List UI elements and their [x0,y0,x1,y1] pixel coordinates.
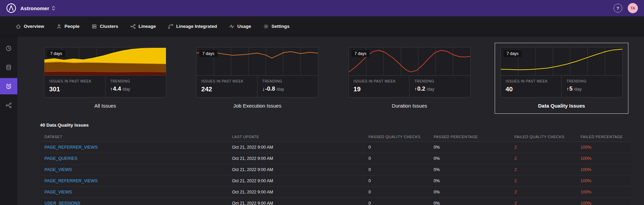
sidebar-item-lineage[interactable] [0,97,17,113]
card-stats: ISSUES IN PAST WEEK 40 TRENDING ↑ 5 /day [501,75,622,97]
sparkline-chart-all-issues: 7 days [44,48,166,75]
lineage-branch-icon [5,102,12,109]
card-body: 7 days ISSUES IN PAST WEEK 40 TRENDING ↑… [500,47,623,97]
issues-value: 301 [49,86,100,93]
trending-stat: TRENDING ↓ -0.8 /day [257,76,318,97]
issues-stat: ISSUES IN PAST WEEK 19 [349,76,410,97]
failed-percentage-cell: 100% [576,156,631,161]
issues-value: 40 [506,86,557,93]
usage-pulse-icon [229,24,234,29]
passed-percentage-cell: 0% [429,145,510,150]
trending-label: TRENDING [110,79,162,83]
astronomer-logo-icon [6,3,16,13]
card-title: Data Quality Issues [500,103,623,109]
clusters-icon [92,24,97,29]
nav-item-lineage[interactable]: Lineage [130,24,156,29]
avatar[interactable]: TA [628,3,638,13]
nav-label: People [64,24,79,29]
range-chip: 7 days [47,50,65,57]
summary-card-duration-issues[interactable]: 7 days ISSUES IN PAST WEEK 19 TRENDING ↑… [343,43,476,114]
nav-item-overview[interactable]: Overview [16,24,44,29]
trend-unit: /day [277,87,284,92]
top-bar: Astronomer ? TA [0,0,644,16]
help-button[interactable]: ? [613,4,622,13]
summary-cards-row: 7 days ISSUES IN PAST WEEK 301 TRENDING … [38,43,628,114]
dataset-link[interactable]: PAGE_VIEWS [44,167,72,172]
trend-unit: /day [574,87,582,92]
dataset-link[interactable]: USER_SESSIONS [44,201,80,205]
card-title: Duration Issues [348,103,471,109]
last-update-cell: Oct 21, 2022 9:00 AM [228,167,364,172]
table-row[interactable]: PAGE_VIEWS Oct 21, 2022 9:00 AM 0 0% 2 1… [40,164,631,175]
trend-unit: /day [122,87,130,92]
issues-label: ISSUES IN PAST WEEK [49,79,100,83]
dataset-link[interactable]: PAGE_REFERRER_VIEWS [44,145,98,150]
table-row[interactable]: PAGE_VIEWS Oct 21, 2022 9:00 AM 0 0% 2 1… [40,187,631,198]
nav-item-people[interactable]: People [56,24,79,29]
card-stats: ISSUES IN PAST WEEK 242 TRENDING ↓ -0.8 … [196,75,318,97]
table-row[interactable]: PAGE_QUERIES Oct 21, 2022 9:00 AM 0 0% 2… [40,153,631,164]
card-body: 7 days ISSUES IN PAST WEEK 301 TRENDING … [44,47,166,97]
nav-item-settings[interactable]: Settings [263,24,289,29]
issues-stat: ISSUES IN PAST WEEK 40 [501,76,562,97]
col-header-last-update: LAST UPDATE [228,135,364,139]
sidebar-item-history[interactable] [0,40,17,56]
failed-checks-cell: 2 [510,201,576,205]
last-update-cell: Oct 21, 2022 9:00 AM [228,179,364,183]
card-stats: ISSUES IN PAST WEEK 301 TRENDING ↑ 4.4 /… [44,75,166,97]
nav-label: Lineage Integrated [176,24,217,29]
card-stats: ISSUES IN PAST WEEK 19 TRENDING ↑ 0.2 /d… [349,75,470,97]
nav-label: Overview [24,24,44,29]
col-header-failed-checks: FAILED QUALITY CHECKS [510,135,576,139]
passed-percentage-cell: 0% [429,167,510,172]
summary-card-job-execution-issues[interactable]: 7 days ISSUES IN PAST WEEK 242 TRENDING … [190,43,324,114]
summary-card-all-issues[interactable]: 7 days ISSUES IN PAST WEEK 301 TRENDING … [38,43,172,114]
table-row[interactable]: PAGE_REFERRER_VIEWS Oct 21, 2022 9:00 AM… [40,142,631,153]
issues-label: ISSUES IN PAST WEEK [506,79,557,83]
passed-checks-cell: 0 [364,156,429,161]
failed-checks-cell: 2 [510,156,576,161]
workspace-selector[interactable]: Astronomer [20,5,55,11]
nav-label: Usage [237,24,251,29]
trend-up-icon: ↑ [414,86,417,92]
summary-card-data-quality-issues[interactable]: 7 days ISSUES IN PAST WEEK 40 TRENDING ↑… [495,43,628,114]
passed-checks-cell: 0 [364,167,429,172]
table-row[interactable]: USER_SESSIONS Oct 21, 2022 9:00 AM 0 0% … [40,198,631,205]
dataset-link[interactable]: PAGE_REFERRER_VIEWS [44,179,98,183]
sidebar-item-datasets[interactable] [0,59,17,75]
alarm-clock-icon [5,83,12,90]
issues-value: 242 [201,86,252,93]
failed-checks-cell: 2 [510,179,576,183]
col-header-passed-checks: PASSED QUALITY CHECKS [364,135,429,139]
failed-checks-cell: 2 [510,190,576,194]
workspace-name: Astronomer [20,5,49,11]
avatar-initials: TA [630,6,635,10]
lineage-icon [130,24,136,29]
gear-icon [263,24,269,29]
nav-item-usage[interactable]: Usage [229,24,251,29]
sparkline-chart-data-quality: 7 days [501,48,622,75]
trending-label: TRENDING [414,79,466,83]
dataset-link[interactable]: PAGE_QUERIES [44,156,77,161]
issues-value: 19 [354,86,405,93]
trending-stat: TRENDING ↑ 5 /day [561,76,622,97]
passed-percentage-cell: 0% [429,156,510,161]
dataset-link[interactable]: PAGE_VIEWS [44,190,72,194]
nav-item-lineage-integrated[interactable]: Lineage Integrated [168,24,217,29]
trending-stat: TRENDING ↑ 4.4 /day [105,76,166,97]
trend-unit: /day [427,87,434,92]
issues-stat: ISSUES IN PAST WEEK 301 [44,76,105,97]
nav-item-clusters[interactable]: Clusters [92,24,118,29]
table-header-row: DATASET LAST UPDATE PASSED QUALITY CHECK… [40,132,631,142]
card-body: 7 days ISSUES IN PAST WEEK 19 TRENDING ↑… [348,47,471,97]
issues-table: DATASET LAST UPDATE PASSED QUALITY CHECK… [40,132,631,205]
range-chip: 7 days [504,50,522,57]
main-nav: Overview People Clusters Lineage Lineage… [0,16,644,37]
col-header-passed-percentage: PASSED PERCENTAGE [429,135,510,139]
sidebar-item-alerts[interactable] [0,78,17,94]
history-clock-icon [5,45,12,52]
trending-stat: TRENDING ↑ 0.2 /day [409,76,470,97]
trend-value: 4.4 [113,86,121,92]
failed-percentage-cell: 100% [576,145,631,150]
table-row[interactable]: PAGE_REFERRER_VIEWS Oct 21, 2022 9:00 AM… [40,175,631,187]
